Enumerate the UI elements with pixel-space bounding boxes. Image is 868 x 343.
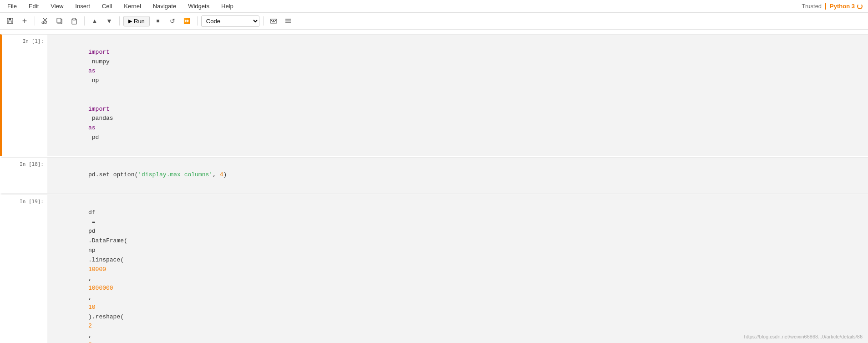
import-kw-1: import: [88, 49, 110, 56]
pd-var-2: pd: [88, 171, 96, 178]
pandas-module: pandas: [88, 115, 117, 122]
move-up-button[interactable]: ▲: [88, 15, 101, 27]
import-kw-2: import: [88, 106, 110, 113]
keyboard-shortcuts-button[interactable]: [267, 15, 280, 27]
equals-op: =: [88, 219, 99, 225]
toolbar-divider-5: [263, 16, 264, 26]
restart-button[interactable]: ↺: [166, 15, 179, 27]
np-alias: np: [88, 77, 99, 84]
cell-2-line-1: pd.set_option('display.max_columns', 4): [53, 161, 863, 189]
plus-icon: +: [22, 16, 27, 26]
num-10000: 10000: [88, 266, 106, 273]
notebook: In [1]: import numpy as np import pandas…: [0, 30, 868, 343]
run-triangle-icon: ▶: [128, 18, 132, 24]
fast-forward-icon: ⏩: [183, 18, 190, 24]
toolbar: + ▲ ▼ ▶ Run ■ ↺ ⏩: [0, 13, 868, 30]
cell-2[interactable]: In [18]: pd.set_option('display.max_colu…: [0, 157, 868, 194]
as-kw-1: as: [88, 67, 96, 74]
paste-button[interactable]: [68, 15, 81, 27]
svg-point-5: [42, 22, 44, 24]
menu-edit[interactable]: Edit: [27, 2, 41, 10]
stop-icon: ■: [156, 18, 159, 24]
add-cell-button[interactable]: +: [18, 15, 31, 27]
fast-forward-button[interactable]: ⏩: [181, 15, 193, 27]
paste-icon: [71, 17, 78, 25]
kernel-status-icon: [857, 4, 863, 9]
cell-type-select[interactable]: Code Markdown Raw NBConvert Heading: [201, 15, 259, 27]
comma-2: ,: [88, 294, 92, 301]
number-4: 4: [220, 171, 223, 178]
toolbar-divider-2: [84, 16, 85, 26]
restart-icon: ↺: [170, 17, 175, 25]
svg-rect-2: [8, 21, 12, 23]
svg-rect-8: [57, 18, 61, 23]
arrow-down-icon: ▼: [106, 17, 112, 25]
menu-view[interactable]: View: [49, 2, 65, 10]
arrow-up-icon: ▲: [91, 17, 98, 25]
menubar: File Edit View Insert Cell Kernel Naviga…: [0, 0, 868, 13]
cell-1-content[interactable]: import numpy as np import pandas as pd: [47, 35, 868, 156]
svg-rect-12: [271, 20, 272, 21]
menu-kernel[interactable]: Kernel: [122, 2, 143, 10]
comma-3: ,: [88, 332, 96, 339]
comma-space: ,: [213, 171, 220, 178]
menu-insert[interactable]: Insert: [73, 2, 92, 10]
save-icon: [6, 17, 14, 25]
kernel-indicator: Python 3: [825, 3, 863, 10]
close-paren-2: ): [223, 171, 227, 178]
svg-point-6: [45, 22, 46, 24]
svg-rect-15: [272, 21, 275, 22]
linspace-fn: .linspace(: [88, 256, 124, 263]
trusted-label: Trusted: [802, 3, 822, 10]
cell-1-line-1: import numpy as np: [53, 38, 863, 95]
set-option-method: .set_option(: [96, 171, 138, 178]
cell-2-content[interactable]: pd.set_option('display.max_columns', 4): [47, 158, 868, 193]
comma-1: ,: [88, 275, 92, 282]
svg-rect-13: [273, 20, 274, 21]
cell-tools-button[interactable]: [282, 15, 294, 27]
display-string: 'display.max_columns': [138, 171, 213, 178]
cell-2-prompt: In [18]:: [2, 158, 47, 193]
svg-rect-14: [275, 20, 276, 21]
as-kw-2: as: [88, 124, 96, 131]
reshape-fn: ).reshape(: [88, 313, 124, 320]
np-var-3: np: [88, 247, 96, 254]
svg-rect-1: [9, 18, 11, 20]
menu-file[interactable]: File: [5, 2, 19, 10]
num-2: 2: [88, 323, 92, 329]
pd-alias: pd: [88, 134, 99, 141]
num-10: 10: [88, 304, 96, 311]
menu-cell[interactable]: Cell: [100, 2, 114, 10]
cell-3-prompt: In [19]:: [2, 195, 47, 343]
url-hint: https://blog.csdn.net/weixin66868...0/ar…: [744, 334, 863, 339]
run-button[interactable]: ▶ Run: [123, 16, 150, 26]
menu-help[interactable]: Help: [219, 2, 235, 10]
cell-3-content[interactable]: df = pd .DataFrame( np .linspace( 10000 …: [47, 195, 868, 343]
save-button[interactable]: [4, 15, 16, 27]
cell-3-line-1: df = pd .DataFrame( np .linspace( 10000 …: [53, 199, 863, 343]
numpy-module: numpy: [88, 58, 113, 65]
svg-rect-11: [270, 19, 277, 23]
cut-icon: [41, 17, 49, 25]
dataframe-fn: .DataFrame(: [88, 237, 127, 244]
copy-icon: [56, 17, 63, 25]
kernel-name: Python 3: [830, 3, 855, 10]
list-icon: [284, 17, 292, 25]
move-down-button[interactable]: ▼: [103, 15, 116, 27]
toolbar-divider-1: [35, 16, 35, 26]
run-label: Run: [134, 18, 145, 25]
stop-button[interactable]: ■: [152, 15, 164, 27]
cell-1[interactable]: In [1]: import numpy as np import pandas…: [0, 34, 868, 156]
cut-button[interactable]: [39, 15, 51, 27]
top-right-area: Trusted Python 3: [802, 3, 863, 10]
toolbar-divider-3: [119, 16, 120, 26]
df-var-1: df: [88, 209, 96, 216]
num-1000000: 1000000: [88, 285, 113, 292]
menu-navigate[interactable]: Navigate: [151, 2, 178, 10]
cell-1-line-2: import pandas as pd: [53, 95, 863, 152]
cell-3[interactable]: In [19]: df = pd .DataFrame( np .linspac…: [0, 195, 868, 343]
cell-1-prompt: In [1]:: [2, 35, 47, 156]
menu-widgets[interactable]: Widgets: [186, 2, 211, 10]
svg-rect-10: [73, 18, 76, 20]
copy-button[interactable]: [53, 15, 66, 27]
